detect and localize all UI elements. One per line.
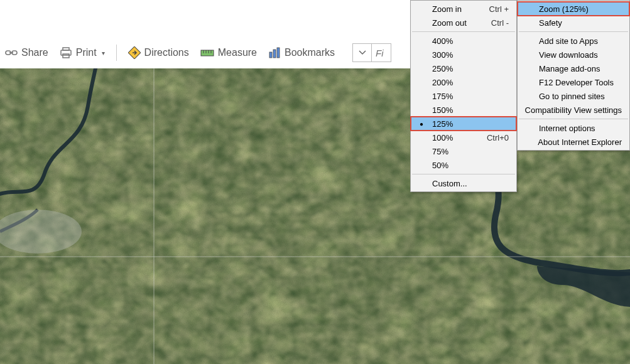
chevron-down-icon [359,50,366,55]
manage-addons-item[interactable]: Manage add-ons [518,62,629,75]
f12-item[interactable]: F12 Developer Tools [518,75,629,89]
search-input[interactable] [372,48,391,58]
measure-button[interactable]: Measure [200,47,257,58]
bookmarks-label: Bookmarks [285,47,335,58]
zoom-in-label: Zoom in [432,4,477,14]
menu-separator [412,174,515,174]
print-button[interactable]: Print ▾ [60,47,105,58]
chevron-down-icon: ▾ [102,50,105,56]
zoom-400-item[interactable]: 400% [411,34,516,48]
bookmarks-icon [268,47,281,58]
svg-rect-7 [201,50,214,56]
measure-label: Measure [218,47,257,58]
zoom-300-item[interactable]: 300% [411,48,516,62]
toolbar-separator [116,45,117,61]
search-container [352,43,391,62]
zoom-175-item[interactable]: 175% [411,89,516,103]
share-button[interactable]: Share [5,47,48,58]
menu-separator [519,119,628,119]
zoom-current-label: Zoom (125%) [539,4,622,14]
svg-rect-5 [63,54,69,58]
menu-separator [412,31,515,32]
ruler-icon [200,48,214,58]
zoom-out-item[interactable]: Zoom out Ctrl - [411,16,516,29]
svg-rect-12 [269,52,272,58]
svg-rect-14 [277,48,280,58]
view-downloads-item[interactable]: View downloads [518,48,629,62]
about-ie-item[interactable]: About Internet Explorer [518,135,629,149]
link-icon [5,48,18,57]
zoom-200-item[interactable]: 200% [411,75,516,89]
zoom-out-accel: Ctrl - [477,18,509,28]
bookmarks-button[interactable]: Bookmarks [268,47,335,58]
bullet-icon: ● [411,120,432,127]
share-label: Share [21,47,48,58]
zoom-submenu: Zoom in Ctrl + Zoom out Ctrl - 400% 300%… [410,0,517,192]
menu-separator [519,31,628,32]
pinned-sites-item[interactable]: Go to pinned sites [518,89,629,103]
print-label: Print [76,47,97,58]
internet-options-item[interactable]: Internet options [518,121,629,135]
zoom-50-item[interactable]: 50% [411,158,516,172]
printer-icon [60,47,72,58]
zoom-125-item[interactable]: ●125% [411,117,516,131]
add-site-item[interactable]: Add site to Apps [518,34,629,48]
search-dropdown-toggle[interactable] [353,44,372,62]
zoom-out-label: Zoom out [432,18,477,28]
svg-rect-13 [273,50,276,58]
tools-menu: Zoom (125%) Safety Add site to Apps View… [517,0,630,151]
directions-button[interactable]: Directions [128,46,189,59]
compat-view-item[interactable]: Compatibility View settings [518,103,629,117]
zoom-100-item[interactable]: 100%Ctrl+0 [411,131,516,144]
zoom-150-item[interactable]: 150% [411,103,516,117]
zoom-250-item[interactable]: 250% [411,62,516,75]
directions-label: Directions [144,47,189,58]
zoom-custom-item[interactable]: Custom... [411,176,516,190]
directions-icon [128,46,141,59]
safety-menu-item[interactable]: Safety [518,16,629,29]
zoom-in-accel: Ctrl + [477,4,509,14]
zoom-menu-item[interactable]: Zoom (125%) [518,2,629,16]
zoom-75-item[interactable]: 75% [411,144,516,158]
zoom-in-item[interactable]: Zoom in Ctrl + [411,2,516,16]
